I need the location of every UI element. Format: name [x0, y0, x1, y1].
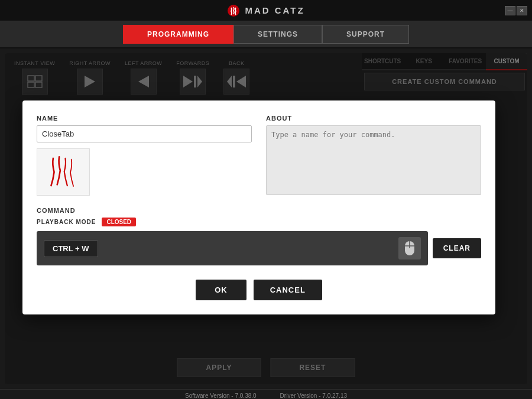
name-field-label: NAME [37, 115, 252, 122]
dialog-top-row: NAME ABOUT [37, 115, 481, 197]
tab-support[interactable]: SUPPORT [322, 25, 409, 44]
command-section: COMMAND PLAYBACK MODE CLOSED CTRL + W [37, 207, 481, 265]
about-textarea[interactable] [266, 125, 481, 195]
dialog-actions: OK CANCEL [37, 280, 481, 300]
about-field-label: ABOUT [266, 115, 481, 122]
key-combo-display: CTRL + W [44, 240, 98, 257]
close-button[interactable]: ✕ [517, 6, 527, 15]
clear-button[interactable]: CLEAR [433, 238, 481, 258]
key-combo-area: CTRL + W [37, 231, 428, 265]
dialog-left-col: NAME [37, 115, 252, 197]
software-version: Software Version - 7.0.38.0 [185, 392, 257, 399]
playback-status-badge[interactable]: CLOSED [102, 218, 136, 226]
create-command-dialog: NAME ABOUT [22, 100, 495, 314]
tab-programming[interactable]: PROGRAMMING [123, 25, 233, 44]
logo-preview [37, 148, 90, 196]
dialog-overlay: NAME ABOUT [5, 53, 527, 384]
cancel-button[interactable]: CANCEL [254, 280, 322, 300]
mouse-icon [403, 240, 417, 257]
minimize-button[interactable]: — [505, 6, 515, 15]
status-bar: Software Version - 7.0.38.0 Driver Versi… [0, 389, 532, 399]
command-label: COMMAND [37, 207, 481, 214]
dialog-right-col: ABOUT [266, 115, 481, 197]
playback-row: PLAYBACK MODE CLOSED [37, 218, 481, 226]
key-display-row: CTRL + W CLEAR [37, 231, 481, 265]
title-bar: MAD CATZ — ✕ [0, 0, 532, 21]
ok-button[interactable]: OK [196, 280, 246, 300]
main-area: INSTANT VIEW RIGHT ARROW LEFT ARROW [5, 53, 527, 384]
nav-tabs: PROGRAMMING SETTINGS SUPPORT [0, 21, 532, 48]
playback-mode-label: PLAYBACK MODE [37, 219, 96, 225]
app-title: MAD CATZ [245, 5, 304, 15]
mouse-icon-button[interactable] [398, 237, 421, 259]
madcatz-logo-icon [227, 4, 240, 17]
driver-version: Driver Version - 7.0.27.13 [280, 392, 347, 399]
scratch-marks-icon [43, 154, 84, 190]
name-input[interactable] [37, 125, 252, 142]
app-logo: MAD CATZ [227, 4, 304, 17]
window-controls: — ✕ [505, 6, 527, 15]
tab-settings[interactable]: SETTINGS [233, 25, 322, 44]
